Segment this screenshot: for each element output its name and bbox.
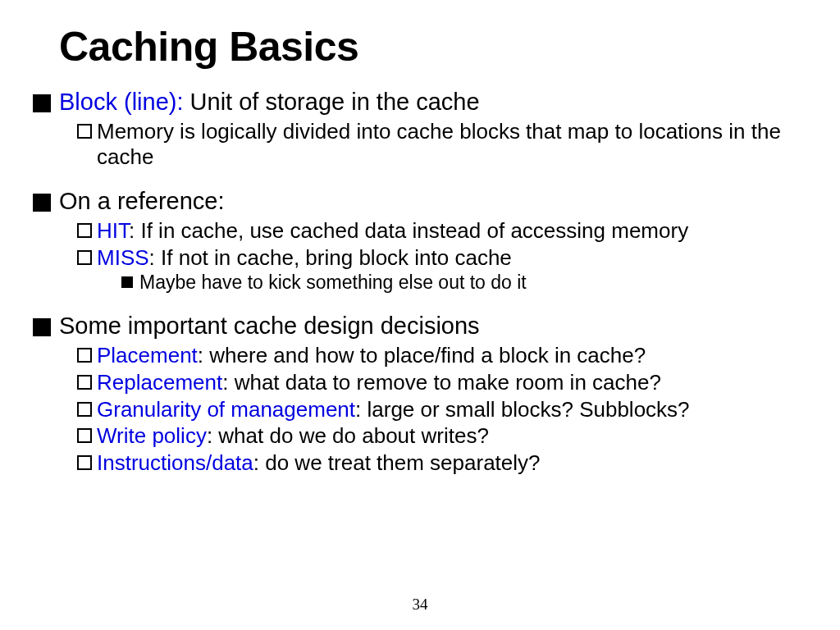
hollow-square-icon [77,402,92,417]
subbullet-text: MISS: If not in cache, bring block into … [97,245,512,271]
subbullet-instructions-data: Instructions/data: do we treat them sepa… [77,450,807,476]
subbullet-placement: Placement: where and how to place/find a… [77,343,807,368]
subbullet-memory-divided: Memory is logically divided into cache b… [77,119,807,169]
bullet-on-reference: On a reference: [33,188,807,215]
term: Block (line): [59,89,184,115]
term: Instructions/data [97,450,253,475]
hollow-square-icon [77,428,92,443]
filled-square-icon [121,276,133,288]
hollow-square-icon [77,223,92,238]
hollow-square-icon [77,250,92,265]
subbullet-text: Memory is logically divided into cache b… [97,119,807,169]
subbullet-write-policy: Write policy: what do we do about writes… [77,423,807,449]
term: Write policy [97,423,207,448]
term: HIT [97,218,129,243]
rest: Unit of storage in the cache [184,89,480,115]
rest: : do we treat them separately? [253,450,541,475]
filled-square-icon [33,94,51,112]
subbullet-text: Granularity of management: large or smal… [97,397,690,422]
term: Placement [97,343,198,368]
term: Replacement [97,370,222,395]
bullet-text: Some important cache design decisions [59,313,480,340]
subbullet-granularity: Granularity of management: large or smal… [77,397,807,422]
subsubbullet-kick-out: Maybe have to kick something else out to… [121,272,807,294]
hollow-square-icon [77,375,92,390]
rest: : what do we do about writes? [207,423,489,448]
bullet-block-line: Block (line): Unit of storage in the cac… [33,89,807,116]
slide-title: Caching Basics [59,23,807,71]
subbullet-miss: MISS: If not in cache, bring block into … [77,245,807,271]
filled-square-icon [33,194,51,212]
bullet-text: On a reference: [59,188,225,215]
filled-square-icon [33,318,51,336]
subbullet-text: HIT: If in cache, use cached data instea… [97,218,688,244]
term: Granularity of management [97,397,355,422]
rest: : where and how to place/find a block in… [198,343,646,368]
bullet-text: Block (line): Unit of storage in the cac… [59,89,480,116]
subbullet-text: Placement: where and how to place/find a… [97,343,646,368]
hollow-square-icon [77,455,92,470]
rest: : If in cache, use cached data instead o… [129,218,688,243]
subbullet-text: Write policy: what do we do about writes… [97,423,489,449]
hollow-square-icon [77,124,92,139]
subbullet-hit: HIT: If in cache, use cached data instea… [77,218,807,244]
bullet-design-decisions: Some important cache design decisions [33,313,807,340]
rest: : what data to remove to make room in ca… [222,370,661,395]
slide: Caching Basics Block (line): Unit of sto… [0,0,840,630]
subbullet-text: Replacement: what data to remove to make… [97,370,661,395]
subbullet-text: Instructions/data: do we treat them sepa… [97,450,541,476]
rest: : large or small blocks? Subblocks? [355,397,690,422]
term: MISS [97,245,149,270]
subbullet-replacement: Replacement: what data to remove to make… [77,370,807,395]
page-number: 34 [0,596,840,614]
rest: : If not in cache, bring block into cach… [149,245,512,270]
subsubbullet-text: Maybe have to kick something else out to… [139,272,527,294]
hollow-square-icon [77,348,92,363]
